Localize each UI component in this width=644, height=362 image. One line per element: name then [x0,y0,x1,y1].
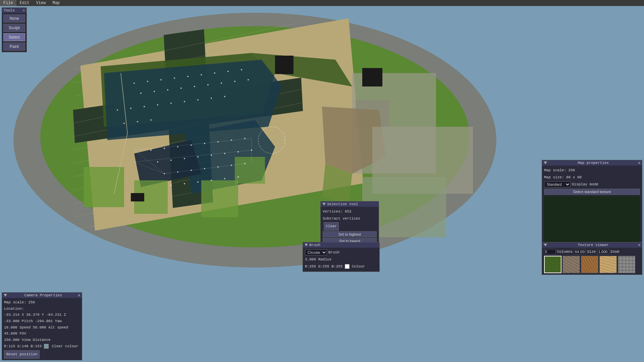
location-label: Location: [4,306,80,312]
tools-close-btn[interactable]: x [22,8,25,12]
select-texture-btn[interactable]: Select standard texture [544,189,640,195]
zoom-input[interactable] [597,249,609,254]
tools-title-label: Tools [4,8,15,12]
vertices-row: Vertices: 852 [323,208,377,215]
reset-position-btn[interactable]: Reset position [4,350,40,359]
svg-point-61 [191,144,192,146]
texture-thumb-2[interactable] [581,256,598,273]
texture-grid [544,256,640,273]
svg-point-41 [194,86,195,87]
texture-close-btn[interactable]: x [638,243,640,247]
size-input[interactable] [574,249,586,254]
camera-panel: Camera Properties x Map scale: 256 Locat… [2,292,82,360]
svg-rect-97 [362,68,382,86]
svg-point-48 [144,106,145,107]
brush-panel-title: Brush [303,242,379,248]
b-val: B:153 [31,344,42,348]
svg-point-83 [197,181,199,183]
tool-select-btn[interactable]: Select [3,33,25,41]
menu-file[interactable]: File [0,0,16,6]
svg-point-67 [170,160,172,161]
svg-point-68 [184,158,185,159]
clear-btn[interactable]: Clear [324,222,339,231]
brush-colour-box[interactable] [345,264,350,269]
subtract-row: Subtract vertices Clear [323,215,377,231]
tools-panel-title: Tools x [2,8,26,13]
texture-thumb-1[interactable] [562,256,580,273]
svg-point-52 [197,99,199,101]
camera-close-btn[interactable]: x [78,293,80,297]
brush-g: G:255 [318,264,329,268]
svg-point-51 [184,101,185,102]
svg-point-62 [204,143,205,144]
svg-point-39 [167,89,168,90]
svg-point-28 [133,82,135,84]
texture-controls: Columns Size Zoom [544,249,640,254]
brush-shape-select[interactable]: Circular Square [305,249,327,255]
svg-point-55 [123,123,125,124]
r-val: R:115 [4,344,15,348]
camera-panel-title: Camera Properties x [2,293,82,298]
svg-point-54 [224,96,225,97]
speed-row: 10.000 Speed 50.000 Alt speed [4,324,80,331]
svg-point-30 [160,79,162,80]
columns-input[interactable] [544,249,556,254]
map-size-row: Map size: 80 x 80 [544,174,640,181]
svg-point-53 [211,98,212,99]
columns-label: Columns [557,250,573,254]
svg-point-60 [177,146,178,147]
svg-point-59 [164,148,165,149]
pitch-yaw: -33.000 Pitch -294.901 Yaw [4,318,80,324]
fov-row: 45.000 FOV [4,330,80,337]
map-panel: Map properties x Map scale: 256 Map size… [542,160,642,248]
tool-none-btn[interactable]: None [3,14,25,22]
tool-paint-btn[interactable]: Paint [3,43,25,51]
selection-panel-title: Selection tool [321,201,379,207]
display-mode-label: Display mode [572,181,598,188]
clear-colour-box[interactable] [44,344,49,349]
speed-val: 10.000 [4,325,17,329]
set-highest-btn[interactable]: Set to highest [323,231,377,237]
svg-rect-27 [235,157,265,184]
menu-view[interactable]: View [33,0,49,6]
clear-colour-label: Clear colour [52,344,78,348]
svg-point-42 [207,84,209,85]
texture-panel-content: Columns Size Zoom [542,248,642,275]
texture-thumb-4[interactable] [618,256,635,273]
svg-point-86 [237,176,239,178]
svg-rect-26 [201,180,238,217]
svg-point-58 [150,149,152,151]
colour-row-brush: R:255 G:255 B:255 Colour [305,263,377,270]
selection-title-label: Selection tool [327,202,358,206]
menubar: File Edit View Map [0,0,644,6]
texture-thumb-0[interactable] [544,256,561,273]
tool-sculpt-btn[interactable]: Sculpt [3,24,25,32]
texture-title-label: Texture viewer [578,243,608,247]
z-label: Z [64,313,66,317]
svg-point-56 [137,121,138,122]
svg-point-43 [221,82,222,84]
brush-b: B:255 [331,264,342,268]
texture-thumb-3[interactable] [599,256,617,273]
map-panel-title: Map properties x [542,160,642,166]
vertices-label: Vertices: [323,209,342,214]
menu-map[interactable]: Map [49,0,63,6]
shape-row: Circular Square Brush [305,249,377,256]
texture-panel: Texture viewer x Columns Size Zoom [542,242,642,275]
svg-point-38 [154,91,155,92]
map-close-btn[interactable]: x [638,161,640,165]
brush-panel: Brush Circular Square Brush 3.000 Radius… [303,242,380,272]
svg-point-50 [170,103,172,104]
colour-label: Colour [352,264,365,268]
z-val: -64.231 [46,313,61,317]
svg-point-82 [184,183,185,184]
svg-point-69 [197,156,199,158]
svg-point-49 [157,104,158,106]
svg-point-31 [174,77,175,79]
display-mode-select[interactable]: Standard Wireframe Textured [544,181,571,187]
svg-point-72 [237,151,239,153]
svg-point-64 [231,139,232,141]
brush-panel-content: Circular Square Brush 3.000 Radius R:255… [303,248,379,272]
menu-edit[interactable]: Edit [16,0,33,6]
y-val: 36.379 [26,313,40,317]
